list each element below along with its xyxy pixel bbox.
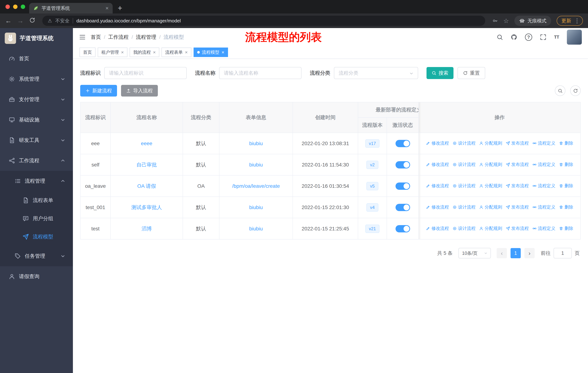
breadcrumb-item[interactable]: 首页 — [91, 34, 101, 40]
tag-home[interactable]: 首页 — [79, 48, 95, 57]
action-assign-rules[interactable]: 分配规则 — [479, 140, 502, 146]
sidebar-item-user-group[interactable]: 用户分组 — [0, 210, 73, 228]
import-process-button[interactable]: 导入流程 — [121, 85, 158, 97]
sidebar-item-leave-query[interactable]: 请假查询 — [0, 266, 73, 287]
action-modify-process[interactable]: 修改流程 — [426, 161, 449, 167]
process-category-select-input[interactable] — [334, 67, 418, 79]
github-icon[interactable] — [511, 34, 517, 40]
active-toggle[interactable] — [396, 182, 410, 190]
close-icon[interactable]: × — [121, 50, 124, 55]
browser-menu-icon[interactable]: ⋮ — [574, 17, 580, 24]
browser-update-button[interactable]: 更新 ⋮ — [557, 16, 583, 26]
close-icon[interactable]: × — [222, 50, 224, 55]
window-close-button[interactable] — [5, 5, 10, 9]
action-delete[interactable]: 删除 — [559, 204, 573, 210]
action-assign-rules[interactable]: 分配规则 — [479, 225, 502, 231]
sidebar-item-home[interactable]: 首页 — [0, 49, 73, 69]
action-modify-process[interactable]: 修改流程 — [426, 140, 449, 146]
action-publish-process[interactable]: 发布流程 — [506, 204, 529, 210]
form-info-link[interactable]: biubiu — [249, 204, 263, 210]
form-info-link[interactable]: biubiu — [249, 162, 263, 168]
action-process-definition[interactable]: 流程定义 — [532, 183, 555, 189]
action-design-process[interactable]: 设计流程 — [452, 225, 475, 231]
toggle-search-button[interactable] — [555, 85, 565, 96]
action-publish-process[interactable]: 发布流程 — [506, 183, 529, 189]
reload-button[interactable] — [29, 17, 35, 24]
action-delete[interactable]: 删除 — [559, 140, 573, 146]
action-publish-process[interactable]: 发布流程 — [506, 140, 529, 146]
sidebar-item-system[interactable]: 系统管理 — [0, 69, 73, 89]
action-design-process[interactable]: 设计流程 — [452, 161, 475, 167]
fullscreen-icon[interactable] — [540, 34, 546, 40]
process-name-link[interactable]: 测试多审批人 — [131, 204, 162, 210]
sidebar-item-workflow[interactable]: 工作流程 — [0, 151, 73, 171]
current-page-button[interactable]: 1 — [511, 248, 521, 258]
action-modify-process[interactable]: 修改流程 — [426, 225, 449, 231]
action-delete[interactable]: 删除 — [559, 225, 573, 231]
action-modify-process[interactable]: 修改流程 — [426, 183, 449, 189]
create-process-button[interactable]: 新建流程 — [80, 85, 117, 97]
url-text[interactable]: dashboard.yudao.iocoder.cn/bpm/manager/m… — [76, 18, 181, 24]
breadcrumb-item[interactable]: 工作流程 — [108, 34, 129, 40]
action-design-process[interactable]: 设计流程 — [452, 140, 475, 146]
new-tab-button[interactable]: + — [113, 3, 127, 13]
close-icon[interactable]: × — [153, 50, 156, 55]
sidebar-item-infrastructure[interactable]: 基础设施 — [0, 110, 73, 130]
back-button[interactable]: ← — [5, 18, 12, 24]
process-name-link[interactable]: OA 请假 — [137, 183, 156, 189]
action-design-process[interactable]: 设计流程 — [452, 183, 475, 189]
active-toggle[interactable] — [396, 204, 410, 211]
form-info-link[interactable]: biubiu — [249, 141, 263, 146]
page-size-select[interactable]: 10条/页 — [458, 248, 491, 258]
breadcrumb-item[interactable]: 流程管理 — [136, 34, 156, 40]
forward-button[interactable]: → — [17, 18, 24, 24]
tag-process-model-active[interactable]: 流程模型 × — [194, 48, 228, 57]
process-name-link[interactable]: 自己审批 — [136, 162, 157, 168]
action-modify-process[interactable]: 修改流程 — [426, 204, 449, 210]
tag-process-form[interactable]: 流程表单 × — [161, 48, 191, 57]
search-icon[interactable] — [496, 34, 503, 40]
sidebar-item-devtools[interactable]: 研发工具 — [0, 130, 73, 151]
form-info-link[interactable]: biubiu — [249, 226, 263, 232]
action-design-process[interactable]: 设计流程 — [452, 204, 475, 210]
sidebar-item-process-model[interactable]: 流程模型 — [0, 228, 73, 246]
action-delete[interactable]: 删除 — [559, 161, 573, 167]
user-avatar[interactable] — [567, 30, 582, 45]
sidebar-item-process-management[interactable]: 流程管理 — [0, 171, 73, 191]
form-info-link[interactable]: /bpm/oa/leave/create — [232, 183, 280, 189]
sidebar-item-task-management[interactable]: 任务管理 — [0, 246, 73, 266]
tab-close-icon[interactable]: × — [105, 5, 109, 11]
action-process-definition[interactable]: 流程定义 — [532, 140, 555, 146]
window-zoom-button[interactable] — [21, 5, 25, 9]
search-button[interactable]: 搜索 — [427, 67, 453, 79]
sidebar-item-process-form[interactable]: 流程表单 — [0, 191, 73, 210]
prev-page-button[interactable]: ‹ — [497, 248, 507, 258]
process-name-input[interactable] — [219, 67, 302, 79]
process-category-select[interactable] — [334, 67, 418, 79]
password-key-icon[interactable] — [492, 18, 498, 24]
close-icon[interactable]: × — [185, 50, 188, 55]
url-bar[interactable]: ⚠ 不安全 dashboard.yudao.iocoder.cn/bpm/man… — [42, 16, 485, 26]
action-process-definition[interactable]: 流程定义 — [532, 204, 555, 210]
active-toggle[interactable] — [396, 161, 410, 169]
goto-page-input[interactable] — [554, 248, 572, 258]
action-process-definition[interactable]: 流程定义 — [532, 225, 555, 231]
action-process-definition[interactable]: 流程定义 — [532, 161, 555, 167]
action-publish-process[interactable]: 发布流程 — [506, 225, 529, 231]
refresh-table-button[interactable] — [570, 85, 581, 96]
bookmark-star-icon[interactable]: ☆ — [504, 17, 509, 24]
action-assign-rules[interactable]: 分配规则 — [479, 161, 502, 167]
action-delete[interactable]: 删除 — [559, 183, 573, 189]
process-name-link[interactable]: eeee — [141, 141, 152, 146]
active-toggle[interactable] — [396, 140, 410, 147]
tag-tenant-management[interactable]: 租户管理 × — [98, 48, 127, 57]
action-assign-rules[interactable]: 分配规则 — [479, 204, 502, 210]
font-size-icon[interactable]: TT — [554, 35, 559, 39]
active-toggle[interactable] — [396, 225, 410, 232]
tag-my-process[interactable]: 我的流程 × — [130, 48, 159, 57]
next-page-button[interactable]: › — [524, 248, 535, 258]
action-assign-rules[interactable]: 分配规则 — [479, 183, 502, 189]
action-publish-process[interactable]: 发布流程 — [506, 161, 529, 167]
sidebar-item-payment[interactable]: 支付管理 — [0, 89, 73, 110]
process-key-input[interactable] — [104, 67, 187, 79]
